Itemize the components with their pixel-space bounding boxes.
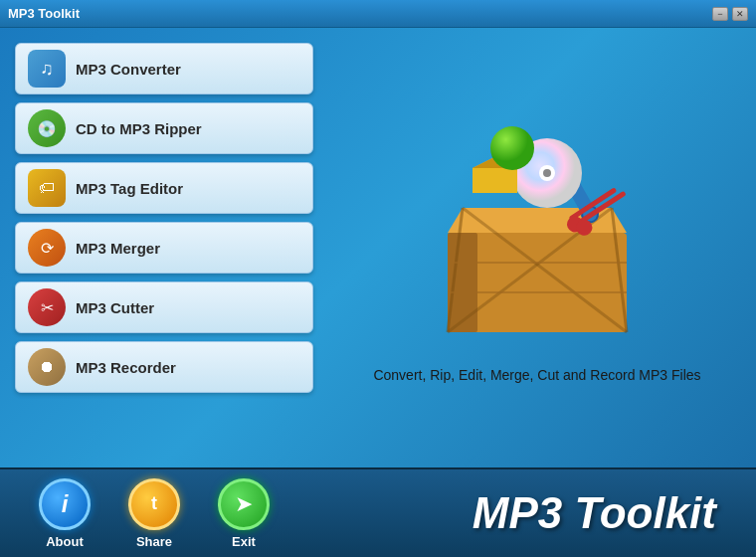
toolbox-illustration xyxy=(418,113,657,352)
right-panel: Convert, Rip, Edit, Merge, Cut and Recor… xyxy=(333,43,741,453)
svg-point-18 xyxy=(490,126,534,170)
music-note-icon: ♫ xyxy=(28,50,66,88)
minimize-button[interactable]: − xyxy=(712,7,728,21)
footer: i About t Share ➤ Exit MP3 Toolkit xyxy=(0,467,756,557)
merger-button[interactable]: ⟳ MP3 Merger xyxy=(15,222,313,274)
main-content: ♫ MP3 Converter 💿 CD to MP3 Ripper 🏷 MP3… xyxy=(0,28,756,467)
tagline-text: Convert, Rip, Edit, Merge, Cut and Recor… xyxy=(373,367,700,383)
close-button[interactable]: ✕ xyxy=(732,7,748,21)
footer-title: MP3 Toolkit xyxy=(288,488,736,538)
share-button[interactable]: t Share xyxy=(109,478,199,549)
cd-icon: 💿 xyxy=(28,109,66,147)
exit-label: Exit xyxy=(232,534,256,549)
exit-icon: ➤ xyxy=(218,478,270,530)
recorder-button[interactable]: ⏺ MP3 Recorder xyxy=(15,341,313,393)
mp3-converter-label: MP3 Converter xyxy=(76,61,181,78)
scissors-icon: ✂ xyxy=(28,288,66,326)
window-title: MP3 Toolkit xyxy=(8,6,80,21)
titlebar-controls: − ✕ xyxy=(712,7,748,21)
share-label: Share xyxy=(136,534,172,549)
merger-label: MP3 Merger xyxy=(76,240,160,257)
cd-ripper-button[interactable]: 💿 CD to MP3 Ripper xyxy=(15,102,313,154)
cutter-label: MP3 Cutter xyxy=(76,299,154,316)
cutter-button[interactable]: ✂ MP3 Cutter xyxy=(15,281,313,333)
about-icon: i xyxy=(39,478,91,530)
tag-editor-label: MP3 Tag Editor xyxy=(76,180,183,197)
record-icon: ⏺ xyxy=(28,348,66,386)
tag-editor-button[interactable]: 🏷 MP3 Tag Editor xyxy=(15,162,313,214)
titlebar: MP3 Toolkit − ✕ xyxy=(0,0,756,28)
tag-icon: 🏷 xyxy=(28,169,66,207)
left-panel: ♫ MP3 Converter 💿 CD to MP3 Ripper 🏷 MP3… xyxy=(15,43,313,453)
share-icon: t xyxy=(128,478,180,530)
exit-button[interactable]: ➤ Exit xyxy=(199,478,288,549)
svg-point-15 xyxy=(543,169,551,177)
recorder-label: MP3 Recorder xyxy=(76,359,176,376)
about-button[interactable]: i About xyxy=(20,478,109,549)
cd-ripper-label: CD to MP3 Ripper xyxy=(76,120,202,137)
mp3-converter-button[interactable]: ♫ MP3 Converter xyxy=(15,43,313,94)
about-label: About xyxy=(46,534,84,549)
merge-icon: ⟳ xyxy=(28,229,66,267)
